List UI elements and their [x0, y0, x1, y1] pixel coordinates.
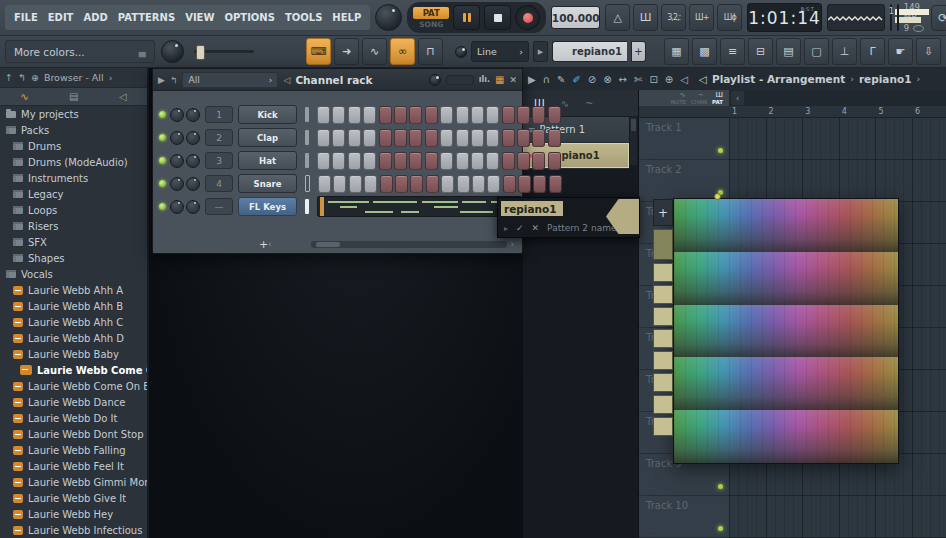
- browser-item-laurie-webb-ahh-a[interactable]: Laurie Webb Ahh A: [0, 282, 147, 298]
- automation-subtab-icon[interactable]: ~: [698, 92, 704, 99]
- piano-roll-preview[interactable]: [317, 196, 522, 217]
- pan-knob[interactable]: [170, 131, 184, 145]
- browser-item-instruments[interactable]: Instruments: [0, 170, 147, 186]
- browser-item-shapes[interactable]: Shapes: [0, 250, 147, 266]
- record-button[interactable]: [515, 5, 540, 30]
- color-swatch[interactable]: [653, 373, 673, 392]
- main-pitch-knob[interactable]: [161, 40, 184, 63]
- step-cell[interactable]: [486, 129, 499, 147]
- export-icon[interactable]: ⇩: [916, 38, 941, 65]
- step-cell[interactable]: [548, 106, 561, 124]
- step-cell[interactable]: [379, 106, 392, 124]
- browser-window-icon[interactable]: ▤: [776, 38, 801, 65]
- step-cell[interactable]: [518, 175, 531, 193]
- loop-recording-icon[interactable]: Шϕ: [717, 4, 742, 31]
- play-icon[interactable]: ▶: [158, 75, 165, 85]
- step-cell[interactable]: [517, 152, 530, 170]
- playlist-breadcrumb[interactable]: repiano1: [859, 73, 912, 85]
- step-cell[interactable]: [348, 129, 361, 147]
- browser-item-legacy[interactable]: Legacy: [0, 186, 147, 202]
- menu-item-options[interactable]: OPTIONS: [224, 12, 274, 23]
- step-cell[interactable]: [487, 175, 500, 193]
- step-cell[interactable]: [332, 129, 345, 147]
- menu-item-tools[interactable]: TOOLS: [285, 12, 322, 23]
- menu-item-patterns[interactable]: PATTERNS: [118, 12, 175, 23]
- step-cell[interactable]: [317, 129, 330, 147]
- tab-chan[interactable]: CHAN: [691, 99, 707, 106]
- step-cell[interactable]: [394, 106, 407, 124]
- step-cell[interactable]: [440, 106, 453, 124]
- step-cell[interactable]: [363, 129, 376, 147]
- step-cell[interactable]: [440, 152, 453, 170]
- step-cell[interactable]: [471, 152, 484, 170]
- step-edit-icon[interactable]: ➜: [334, 38, 359, 65]
- step-cell[interactable]: [317, 106, 330, 124]
- step-cell[interactable]: [364, 175, 377, 193]
- channel-led[interactable]: [159, 180, 166, 187]
- step-cell[interactable]: [440, 129, 453, 147]
- step-cell[interactable]: [348, 152, 361, 170]
- step-cell[interactable]: [332, 106, 345, 124]
- browser-item-laurie-webb-baby[interactable]: Laurie Webb Baby: [0, 346, 147, 362]
- slice-tool-icon[interactable]: ✄: [634, 74, 642, 85]
- channel-led[interactable]: [159, 134, 166, 141]
- browser-item-laurie-webb-ahh-d[interactable]: Laurie Webb Ahh D: [0, 330, 147, 346]
- browser-item-packs[interactable]: Packs: [0, 122, 147, 138]
- browser-item-laurie-webb-do-it[interactable]: Laurie Webb Do It: [0, 410, 147, 426]
- browser-item-laurie-webb-falling[interactable]: Laurie Webb Falling: [0, 442, 147, 458]
- color-swatch[interactable]: [653, 417, 673, 436]
- step-cell[interactable]: [471, 106, 484, 124]
- mode-switch[interactable]: PAT SONG: [413, 7, 449, 29]
- slip-tool-icon[interactable]: ↔: [619, 74, 627, 85]
- step-cell[interactable]: [472, 175, 485, 193]
- channel-button-hat[interactable]: Hat: [238, 151, 297, 170]
- snap-knob[interactable]: [455, 46, 467, 58]
- step-cell[interactable]: [532, 152, 545, 170]
- color-swatch[interactable]: [653, 395, 673, 414]
- menu-item-add[interactable]: ADD: [83, 12, 107, 23]
- plugin-power-icon[interactable]: ⊥: [832, 38, 857, 65]
- step-cell[interactable]: [317, 152, 330, 170]
- snap-selector[interactable]: Line ›: [471, 41, 529, 62]
- menu-item-edit[interactable]: EDIT: [48, 12, 74, 23]
- step-cell[interactable]: [425, 129, 438, 147]
- channel-rack-window-icon[interactable]: ≡: [720, 38, 745, 65]
- mute-indicator[interactable]: [305, 175, 310, 192]
- browser-item-laurie-webb-give-it[interactable]: Laurie Webb Give It: [0, 490, 147, 506]
- mute-indicator[interactable]: [305, 130, 309, 145]
- step-cell[interactable]: [532, 129, 545, 147]
- menu-item-help[interactable]: HELP: [332, 12, 361, 23]
- channel-button-kick[interactable]: Kick: [238, 105, 297, 124]
- step-cell[interactable]: [532, 106, 545, 124]
- step-cell[interactable]: [380, 175, 393, 193]
- menu-item-file[interactable]: FILE: [14, 12, 38, 23]
- picker-scrollbar[interactable]: [630, 117, 637, 165]
- pattern-mode-button[interactable]: PAT: [413, 7, 449, 19]
- volume-knob[interactable]: [186, 108, 200, 122]
- volume-knob[interactable]: [186, 131, 200, 145]
- channel-filter-selector[interactable]: All ›: [182, 72, 278, 88]
- step-cell[interactable]: [456, 129, 469, 147]
- metronome-hat-icon[interactable]: ⊓: [418, 38, 443, 65]
- collapse-icon[interactable]: ‹: [731, 91, 744, 105]
- song-mode-button[interactable]: SONG: [413, 20, 449, 29]
- confirm-icon[interactable]: ✓: [516, 223, 524, 233]
- link-icon[interactable]: ∞: [390, 38, 415, 65]
- volume-knob[interactable]: [186, 200, 200, 214]
- step-cell[interactable]: [502, 152, 515, 170]
- playlist-window-icon[interactable]: ▦: [664, 38, 689, 65]
- step-cell[interactable]: [349, 175, 362, 193]
- browser-tab-files-icon[interactable]: ▤: [69, 91, 78, 102]
- tab-pat[interactable]: PAT: [712, 99, 723, 106]
- step-cell[interactable]: [348, 106, 361, 124]
- step-cell[interactable]: [471, 129, 484, 147]
- step-cell[interactable]: [410, 175, 423, 193]
- browser-item-vocals[interactable]: Vocals: [0, 266, 147, 282]
- play-tool-icon[interactable]: ▶: [528, 74, 536, 85]
- automation-tab-icon[interactable]: ~: [585, 98, 593, 109]
- channel-led[interactable]: [159, 157, 166, 164]
- step-cell[interactable]: [425, 106, 438, 124]
- step-cell[interactable]: [395, 175, 408, 193]
- track-row-track-1[interactable]: Track 1···: [639, 118, 729, 160]
- step-cell[interactable]: [333, 175, 346, 193]
